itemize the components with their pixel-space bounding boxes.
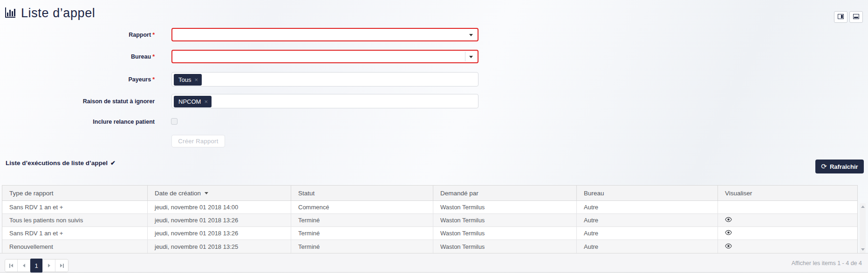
chevron-left-icon xyxy=(23,264,25,267)
raison-statut-tag-input[interactable]: NPCOM × xyxy=(171,94,478,108)
payeurs-tag-input[interactable]: Tous × xyxy=(171,72,478,87)
table-row[interactable]: Sans RDV 1 an et + jeudi, novembre 01 20… xyxy=(2,227,857,240)
cell-date: jeudi, novembre 01 2018 14:00 xyxy=(148,201,291,213)
previous-page-button[interactable] xyxy=(18,260,30,272)
call-list-page: Liste d’appel Rapport* Bureau* xyxy=(0,0,868,273)
cell-type: Sans RDV 1 an et + xyxy=(2,201,148,213)
remove-tag-icon[interactable]: × xyxy=(194,77,198,83)
column-header-statut[interactable]: Statut xyxy=(291,186,433,200)
bureau-combobox[interactable] xyxy=(171,50,478,63)
column-header-bureau[interactable]: Bureau xyxy=(577,186,718,200)
scroll-down-icon[interactable] xyxy=(861,248,865,251)
raison-statut-tag: NPCOM × xyxy=(174,96,212,107)
combobox-divider xyxy=(465,52,465,61)
required-asterisk: * xyxy=(152,76,155,83)
cell-demande-par: Waston Termilus xyxy=(433,201,577,213)
check-icon: ✔ xyxy=(110,160,116,166)
cell-statut: Terminé xyxy=(291,240,433,253)
chevron-down-icon xyxy=(469,56,473,58)
cell-visualiser xyxy=(718,240,857,253)
cell-bureau: Autre xyxy=(577,227,718,240)
skip-first-icon xyxy=(11,264,13,267)
chevron-down-icon xyxy=(469,34,473,36)
cell-date: jeudi, novembre 01 2018 13:26 xyxy=(148,214,291,226)
view-report-button[interactable] xyxy=(725,230,732,237)
cell-date: jeudi, novembre 01 2018 13:25 xyxy=(148,240,291,253)
cell-visualiser xyxy=(718,214,857,226)
column-header-visualiser[interactable]: Visualiser xyxy=(718,186,857,200)
executions-table: Type de rapport Date de création Statut … xyxy=(2,185,858,253)
table-row[interactable]: Renouvellement jeudi, novembre 01 2018 1… xyxy=(2,240,857,253)
cell-statut: Commencé xyxy=(291,201,433,213)
executions-section-title: Liste d’exécutions de liste d’appel✔ xyxy=(6,160,116,166)
required-asterisk: * xyxy=(152,53,155,60)
cell-statut: Terminé xyxy=(291,227,433,240)
last-page-button[interactable] xyxy=(55,260,68,272)
table-row[interactable]: Tous les patients non suivis jeudi, nove… xyxy=(2,214,857,227)
panel-expand-button[interactable] xyxy=(849,11,863,23)
eye-icon xyxy=(725,243,732,250)
required-asterisk: * xyxy=(152,32,155,38)
table-header-row: Type de rapport Date de création Statut … xyxy=(2,186,857,201)
panel-right-icon xyxy=(838,13,844,20)
cell-visualiser xyxy=(718,227,857,240)
cell-type: Renouvellement xyxy=(2,240,148,253)
create-report-button[interactable]: Créer Rapport xyxy=(171,135,225,147)
column-header-date[interactable]: Date de création xyxy=(148,186,291,200)
panel-popout-button[interactable] xyxy=(834,11,847,23)
table-body: Sans RDV 1 an et + jeudi, novembre 01 20… xyxy=(2,201,857,253)
chevron-right-icon xyxy=(48,264,50,267)
refresh-button[interactable]: ⟳ Rafraîchir xyxy=(815,160,864,173)
current-page-button[interactable]: 1 xyxy=(30,259,43,273)
raison-statut-label: Raison de statut à ignorer xyxy=(0,98,155,105)
cell-date: jeudi, novembre 01 2018 13:26 xyxy=(148,227,291,240)
cell-bureau: Autre xyxy=(577,214,718,226)
cell-demande-par: Waston Termilus xyxy=(433,214,577,226)
cell-visualiser xyxy=(718,201,857,213)
cell-demande-par: Waston Termilus xyxy=(433,227,577,240)
bar-chart-icon xyxy=(4,6,16,20)
cell-bureau: Autre xyxy=(577,240,718,253)
cell-demande-par: Waston Termilus xyxy=(433,240,577,253)
table-row[interactable]: Sans RDV 1 an et + jeudi, novembre 01 20… xyxy=(2,201,857,214)
column-header-demande-par[interactable]: Demandé par xyxy=(433,186,577,200)
scroll-up-icon[interactable] xyxy=(861,206,865,208)
pager-strip: 1 Afficher les items 1 - 4 de 4 xyxy=(0,253,868,273)
bureau-label: Bureau* xyxy=(0,53,155,60)
eye-icon xyxy=(725,230,732,237)
rapport-select[interactable] xyxy=(171,28,478,41)
rapport-label: Rapport* xyxy=(0,32,155,38)
column-header-type[interactable]: Type de rapport xyxy=(2,186,148,200)
sort-desc-icon xyxy=(205,192,208,194)
cell-type: Sans RDV 1 an et + xyxy=(2,227,148,240)
cell-statut: Terminé xyxy=(291,214,433,226)
table-scrollbar[interactable] xyxy=(860,203,866,253)
next-page-button[interactable] xyxy=(43,260,55,272)
pager: 1 xyxy=(5,259,68,272)
panel-bottom-icon xyxy=(853,13,859,20)
refresh-icon: ⟳ xyxy=(821,162,827,171)
inclure-relance-checkbox[interactable] xyxy=(171,118,178,125)
cell-type: Tous les patients non suivis xyxy=(2,214,148,226)
eye-icon xyxy=(725,217,732,224)
inclure-relance-label: Inclure relance patient xyxy=(0,119,155,125)
view-report-button[interactable] xyxy=(725,243,732,250)
page-header: Liste d’appel xyxy=(4,6,95,20)
remove-tag-icon[interactable]: × xyxy=(204,99,208,105)
skip-last-icon xyxy=(60,264,62,267)
cell-bureau: Autre xyxy=(577,201,718,213)
items-range-info: Afficher les items 1 - 4 de 4 xyxy=(792,253,862,273)
payeurs-tag: Tous × xyxy=(174,74,202,86)
payeurs-label: Payeurs* xyxy=(0,76,155,83)
page-title: Liste d’appel xyxy=(21,6,95,20)
view-report-button[interactable] xyxy=(725,217,732,224)
first-page-button[interactable] xyxy=(5,260,18,272)
